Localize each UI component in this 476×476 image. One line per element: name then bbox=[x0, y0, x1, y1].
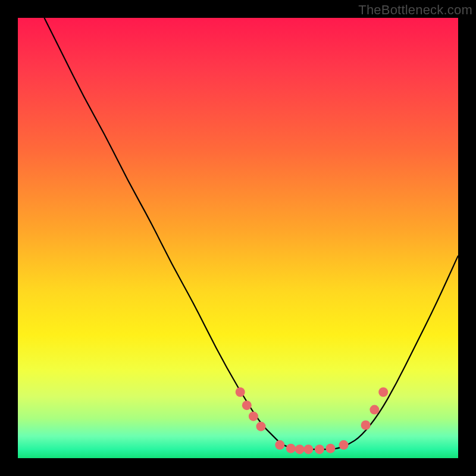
marker-dot bbox=[256, 422, 266, 431]
watermark-text: TheBottleneck.com bbox=[358, 2, 472, 18]
marker-dot bbox=[236, 387, 245, 397]
marker-dot bbox=[242, 400, 252, 410]
marker-dot bbox=[295, 444, 305, 454]
marker-dot bbox=[339, 440, 349, 450]
marker-dot bbox=[303, 444, 313, 454]
marker-dot bbox=[249, 412, 258, 421]
marker-group bbox=[236, 387, 389, 454]
marker-dot bbox=[378, 387, 388, 397]
marker-dot bbox=[369, 405, 379, 415]
marker-dot bbox=[361, 421, 371, 430]
marker-dot bbox=[315, 444, 324, 454]
bottleneck-curve bbox=[44, 18, 458, 449]
marker-dot bbox=[325, 444, 335, 453]
marker-dot bbox=[286, 444, 296, 453]
chart-frame: TheBottleneck.com bbox=[0, 0, 476, 476]
curve-svg bbox=[18, 18, 458, 458]
plot-area bbox=[18, 18, 458, 458]
marker-dot bbox=[275, 440, 284, 450]
